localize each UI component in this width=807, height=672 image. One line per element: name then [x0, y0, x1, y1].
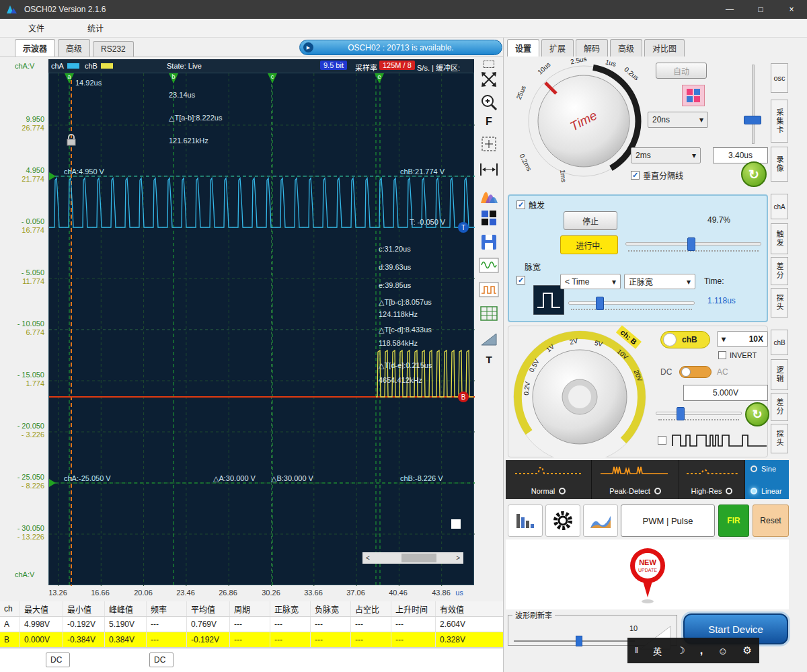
tab-advanced-right[interactable]: 高级 — [610, 39, 642, 57]
expand-arrows-icon[interactable] — [477, 70, 501, 89]
auto-button[interactable]: 自动 — [656, 63, 707, 79]
side-tab-trigger[interactable]: 触发 — [771, 223, 788, 254]
pulse-polarity-select[interactable]: 正脉宽▾ — [624, 274, 695, 289]
pulse-width-slider[interactable] — [568, 301, 695, 305]
vertical-slider-track[interactable] — [752, 65, 755, 144]
acq-mode-normal[interactable]: Normal — [506, 460, 591, 499]
tab-decode[interactable]: 解码 — [576, 39, 608, 57]
reset-button[interactable]: Reset — [753, 505, 789, 537]
tab-rs232[interactable]: RS232 — [93, 41, 134, 57]
close-button[interactable]: × — [776, 0, 807, 19]
tab-advanced-left[interactable]: 高级 — [58, 39, 90, 57]
menu-file[interactable]: 文件 — [19, 20, 54, 36]
maximize-button[interactable]: □ — [745, 0, 776, 19]
pwm-pulse-button[interactable]: PWM | Pulse — [621, 505, 715, 537]
save-icon[interactable] — [477, 233, 501, 252]
vertical-slider-thumb[interactable] — [744, 116, 761, 124]
comma-icon[interactable]: , — [700, 644, 703, 657]
tray-gear-icon[interactable]: ⚙ — [743, 644, 752, 657]
scroll-thumb[interactable] — [401, 554, 436, 562]
plot-scrollbar[interactable]: < > — [362, 552, 463, 564]
tab-settings[interactable]: 设置 — [507, 39, 539, 57]
timebase-knob[interactable]: Time — [525, 62, 643, 180]
side-tab-probe-2[interactable]: 探头 — [771, 424, 788, 453]
pulse-export-icon[interactable] — [477, 281, 501, 299]
ramp-icon[interactable] — [477, 331, 501, 347]
side-tab-cha[interactable]: chA — [771, 194, 788, 219]
fft-f-icon[interactable]: F — [477, 116, 501, 128]
trigger-enable-checkbox[interactable]: ✓ 触发 — [516, 199, 545, 211]
waveform-view-button[interactable] — [583, 505, 618, 537]
zoom-icon[interactable] — [477, 93, 501, 112]
settings-gear-button[interactable] — [545, 505, 580, 537]
menu-stats[interactable]: 统计 — [78, 20, 113, 36]
chb-offset-slider[interactable] — [656, 412, 742, 415]
device-banner[interactable]: ▶ OSCH02 : 20713 is available. — [299, 40, 502, 55]
smiley-icon[interactable]: ☺ — [718, 645, 728, 657]
refresh-rate-track[interactable] — [514, 640, 635, 642]
histogram-button[interactable] — [508, 505, 543, 537]
timebase-fine-select[interactable]: 20ns▾ — [648, 112, 708, 128]
cursor-handle-lower[interactable] — [49, 479, 56, 487]
text-label-icon[interactable]: T — [477, 354, 501, 365]
scroll-left-button[interactable]: < — [362, 554, 373, 562]
tab-comparison[interactable]: 对比图 — [644, 39, 685, 57]
tab-extension[interactable]: 扩展 — [541, 39, 574, 57]
horizontal-measure-icon[interactable] — [477, 161, 501, 178]
tab-oscilloscope[interactable]: 示波器 — [15, 39, 55, 57]
trigger-level-thumb[interactable] — [687, 237, 695, 251]
chb-reset-button[interactable]: ↻ — [745, 402, 769, 426]
radio-hires[interactable] — [726, 488, 732, 494]
chb-offset-thumb[interactable] — [677, 407, 685, 420]
waveform-plot[interactable]: a b c e T B 14.92us 23.14us △T[a-b]:8.22… — [48, 73, 474, 585]
vertical-separator-checkbox[interactable]: ✓ 垂直分隔线 — [631, 170, 683, 181]
moon-icon[interactable]: ☽ — [677, 645, 685, 656]
radio-sine[interactable] — [751, 465, 757, 472]
coupling-toggle[interactable] — [679, 366, 712, 378]
acq-mode-high-res[interactable]: High-Res — [679, 460, 744, 499]
crosshair-box-icon[interactable] — [477, 135, 501, 153]
scroll-right-button[interactable]: > — [453, 554, 463, 562]
pattern-checkbox[interactable] — [658, 436, 666, 445]
radio-linear-selected[interactable] — [751, 488, 757, 494]
pulse-width-checkbox[interactable]: ✓ — [516, 276, 525, 285]
display-mode-grid-button[interactable] — [682, 85, 705, 106]
timebase-range-select[interactable]: 2ms▾ — [631, 147, 701, 163]
stop-button[interactable]: 停止 — [564, 211, 617, 230]
cursor-handle-upper[interactable] — [49, 172, 56, 180]
radio-normal[interactable] — [559, 488, 566, 494]
trigger-marker[interactable]: T — [458, 222, 469, 233]
selection-dashed-icon[interactable] — [477, 61, 501, 68]
data-table-icon[interactable] — [477, 305, 501, 322]
interpolation-panel[interactable]: Sine Linear — [745, 460, 789, 499]
side-tab-chb[interactable]: chB — [771, 330, 788, 355]
coupling-select-a[interactable]: DC — [46, 652, 70, 667]
side-tab-record[interactable]: 录像 — [771, 147, 788, 182]
new-update-badge[interactable]: NEW UPDATE — [625, 546, 670, 605]
invert-checkbox[interactable]: INVERT — [718, 351, 757, 359]
timebase-reset-button[interactable]: ↻ — [741, 161, 767, 187]
side-tab-diff-1[interactable]: 差分 — [771, 257, 788, 285]
radio-peak[interactable] — [654, 488, 661, 494]
plot-corner-handle[interactable] — [451, 519, 461, 529]
spectrum-icon[interactable] — [477, 186, 501, 204]
pause-bars-icon[interactable]: ‖ — [635, 646, 638, 655]
pulse-width-thumb[interactable] — [596, 297, 604, 310]
color-grid-icon[interactable] — [477, 209, 501, 227]
waveform-export-icon[interactable] — [477, 257, 501, 274]
minimize-button[interactable]: — — [714, 0, 745, 19]
timebase-value-box[interactable]: 3.40us — [713, 147, 768, 163]
refresh-rate-thumb[interactable] — [576, 636, 582, 646]
chb-enable-toggle[interactable]: chB — [660, 331, 710, 348]
attenuation-select[interactable]: ▾10X — [717, 331, 768, 347]
pulse-condition-select[interactable]: < Time▾ — [560, 274, 621, 289]
fir-button[interactable]: FIR — [718, 505, 749, 537]
side-tab-probe-1[interactable]: 探头 — [771, 288, 788, 318]
side-tab-osc[interactable]: osc — [771, 63, 788, 93]
cha-label[interactable]: chA — [51, 62, 64, 70]
side-tab-diff-2[interactable]: 差分 — [771, 393, 788, 421]
running-button[interactable]: 进行中. — [560, 235, 618, 254]
language-indicator[interactable]: 英 — [653, 644, 662, 657]
chb-range-box[interactable]: 5.000V — [683, 385, 768, 401]
chb-label[interactable]: chB — [85, 62, 98, 70]
